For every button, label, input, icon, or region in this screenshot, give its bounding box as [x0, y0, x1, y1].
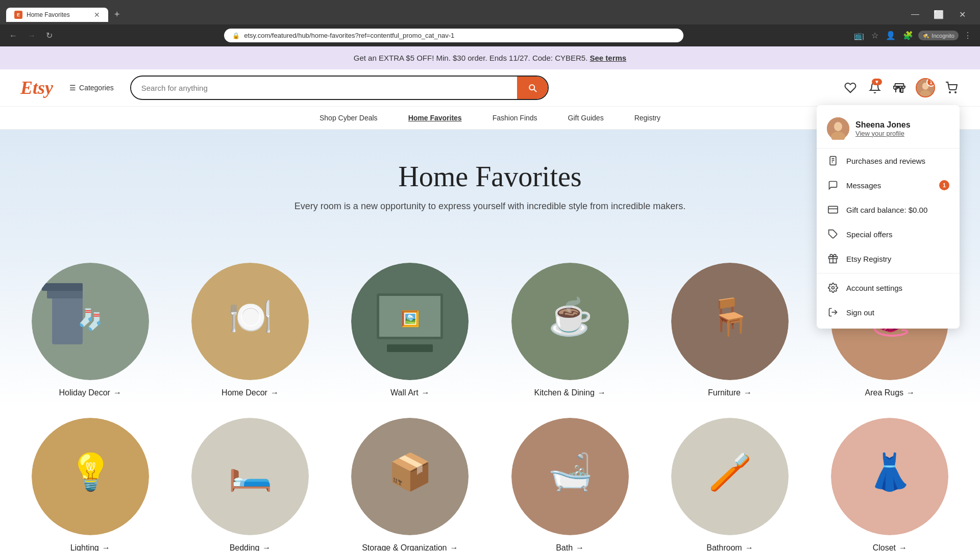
- profile-button[interactable]: 👤: [884, 29, 898, 42]
- closet-arrow: →: [899, 543, 907, 551]
- cart-icon: [945, 82, 958, 94]
- wall-art-image: 🖼️: [351, 263, 469, 380]
- dropdown-item-messages[interactable]: Messages 1: [817, 173, 960, 197]
- wall-art-svg: 🖼️: [351, 263, 469, 380]
- category-bedding[interactable]: 🛏️ Bedding →: [170, 408, 330, 551]
- dropdown-profile-section: Sheena Jones View your profile: [817, 113, 960, 148]
- kitchen-label: Kitchen & Dining →: [534, 388, 606, 397]
- storage-svg: 📦: [351, 418, 469, 535]
- tab-close-button[interactable]: ✕: [94, 11, 100, 19]
- nav-registry[interactable]: Registry: [634, 114, 660, 122]
- area-rugs-label: Area Rugs →: [865, 388, 915, 397]
- closet-label: Closet →: [873, 543, 907, 551]
- cart-button[interactable]: [943, 80, 960, 96]
- dropdown-user-name: Sheena Jones: [855, 120, 911, 130]
- search-button[interactable]: [517, 77, 548, 99]
- lighting-arrow: →: [102, 543, 110, 551]
- dropdown-item-giftcard[interactable]: Gift card balance: $0.00: [817, 197, 960, 222]
- category-bath[interactable]: 🛁 Bath →: [490, 408, 650, 551]
- holiday-arrow: →: [113, 388, 121, 397]
- bookmark-button[interactable]: ☆: [869, 29, 880, 42]
- dropdown-item-purchases[interactable]: Purchases and reviews: [817, 148, 960, 173]
- new-tab-button[interactable]: +: [110, 7, 124, 22]
- maximize-button[interactable]: ⬜: [927, 4, 950, 24]
- svg-text:🖼️: 🖼️: [401, 310, 420, 328]
- category-row-2: 💡 Lighting → 🛏️ Bedding →: [0, 408, 980, 551]
- view-profile-link[interactable]: View your profile: [855, 130, 911, 137]
- search-input[interactable]: [131, 78, 517, 98]
- categories-menu-button[interactable]: ☰ Categories: [63, 80, 120, 96]
- category-furniture[interactable]: 🪑 Furniture →: [650, 253, 810, 408]
- messages-badge: 1: [939, 180, 949, 190]
- notifications-wrapper: ▼: [867, 80, 883, 96]
- svg-text:🍽️: 🍽️: [228, 296, 273, 338]
- close-window-button[interactable]: ✕: [950, 4, 974, 24]
- closet-image: 👗: [831, 418, 948, 535]
- seller-button[interactable]: [891, 80, 908, 96]
- more-options-button[interactable]: ⋮: [962, 29, 974, 42]
- lighting-image: 💡: [32, 418, 149, 535]
- store-icon: [893, 82, 905, 94]
- heart-icon: [844, 82, 856, 94]
- back-button[interactable]: ←: [6, 29, 20, 42]
- home-decor-image: 🍽️: [191, 263, 309, 380]
- cast-button[interactable]: 📺: [852, 29, 866, 42]
- category-wall-art[interactable]: 🖼️ Wall Art →: [330, 253, 490, 408]
- banner-link[interactable]: See terms: [590, 54, 627, 62]
- nav-cyber-deals[interactable]: Shop Cyber Deals: [320, 114, 378, 122]
- address-bar[interactable]: 🔒 etsy.com/featured/hub/home-favorites?r…: [224, 29, 683, 42]
- category-storage[interactable]: 📦 Storage & Organization →: [330, 408, 490, 551]
- nav-home-favorites[interactable]: Home Favorites: [408, 114, 462, 122]
- svg-point-4: [955, 92, 956, 93]
- category-lighting[interactable]: 💡 Lighting →: [10, 408, 170, 551]
- active-tab[interactable]: E Home Favorites ✕: [6, 8, 108, 22]
- kitchen-image: ☕: [511, 263, 629, 380]
- bedding-svg: 🛏️: [191, 418, 309, 535]
- etsy-page: Get an EXTRA $5 OFF! Min. $30 order. End…: [0, 46, 980, 551]
- dropdown-item-registry[interactable]: Etsy Registry: [817, 246, 960, 271]
- nav-fashion-finds[interactable]: Fashion Finds: [493, 114, 537, 122]
- etsy-logo[interactable]: Etsy: [20, 77, 53, 98]
- svg-rect-12: [828, 206, 838, 213]
- user-avatar-button[interactable]: 1: [916, 78, 935, 97]
- giftcard-label: Gift card balance: $0.00: [846, 206, 949, 214]
- tag-icon: [827, 228, 839, 240]
- category-bathroom[interactable]: 🪥 Bathroom →: [650, 408, 810, 551]
- dropdown-avatar: [827, 117, 849, 140]
- dropdown-item-account-settings[interactable]: Account settings: [817, 276, 960, 300]
- search-bar: [130, 76, 549, 100]
- signout-icon: [827, 306, 839, 318]
- extensions-button[interactable]: 🧩: [901, 29, 915, 42]
- svg-text:🪑: 🪑: [707, 296, 752, 338]
- minimize-button[interactable]: —: [903, 4, 927, 24]
- svg-text:👗: 👗: [868, 451, 913, 493]
- storage-label: Storage & Organization →: [362, 543, 458, 551]
- svg-text:💡: 💡: [68, 451, 113, 493]
- favorites-button[interactable]: [842, 80, 859, 96]
- dropdown-item-signout[interactable]: Sign out: [817, 300, 960, 324]
- category-closet[interactable]: 👗 Closet →: [810, 408, 970, 551]
- svg-text:🪥: 🪥: [707, 451, 752, 493]
- site-header: Etsy ☰ Categories ▼: [0, 69, 980, 107]
- refresh-button[interactable]: ↻: [43, 29, 56, 42]
- category-holiday-decor[interactable]: 🧦 Holiday Decor →: [10, 253, 170, 408]
- category-kitchen[interactable]: ☕ Kitchen & Dining →: [490, 253, 650, 408]
- dropdown-item-special-offers[interactable]: Special offers: [817, 222, 960, 246]
- svg-text:📦: 📦: [388, 451, 433, 493]
- banner-text: Get an EXTRA $5 OFF! Min. $30 order. End…: [354, 54, 588, 62]
- incognito-icon: 🕵️: [922, 32, 929, 39]
- avatar-notification-badge: 1: [926, 78, 935, 87]
- furniture-svg: 🪑: [671, 263, 789, 380]
- storage-arrow: →: [450, 543, 458, 551]
- svg-point-3: [949, 92, 950, 93]
- holiday-decor-label: Holiday Decor →: [59, 388, 121, 397]
- storage-image: 📦: [351, 418, 469, 535]
- svg-rect-29: [387, 344, 433, 352]
- forward-button[interactable]: →: [24, 29, 39, 42]
- category-home-decor[interactable]: 🍽️ Home Decor →: [170, 253, 330, 408]
- nav-gift-guides[interactable]: Gift Guides: [568, 114, 604, 122]
- incognito-badge: 🕵️ Incognito: [918, 31, 959, 40]
- home-arrow: →: [271, 388, 279, 397]
- svg-text:🧦: 🧦: [78, 307, 103, 332]
- wall-art-arrow: →: [422, 388, 430, 397]
